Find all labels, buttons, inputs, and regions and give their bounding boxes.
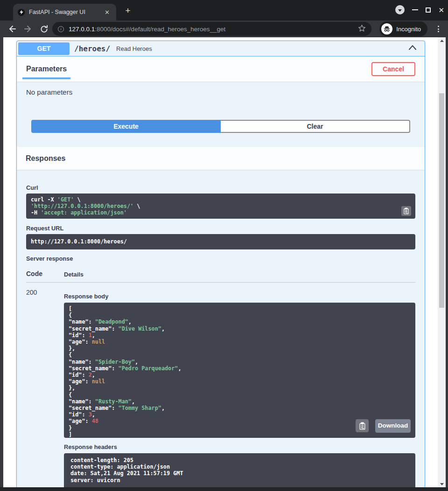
response-body: [ { "name": "Deadpond", "secret_name": "… — [64, 303, 415, 438]
status-code: 200 — [26, 289, 64, 488]
details-column-header: Details — [64, 270, 84, 278]
endpoint-path: /heroes/ — [74, 44, 110, 53]
minimize-icon[interactable] — [412, 9, 418, 10]
no-parameters-text: No parameters — [17, 82, 425, 96]
endpoint-summary: Read Heroes — [116, 45, 152, 52]
method-badge: GET — [18, 42, 70, 55]
forward-icon[interactable] — [22, 23, 34, 35]
incognito-badge: Incognito — [379, 21, 427, 36]
new-tab-button[interactable]: + — [122, 5, 133, 16]
request-url-value: http://127.0.0.1:8000/heroes/ — [26, 234, 415, 249]
execute-row: Execute Clear — [31, 120, 410, 133]
download-button[interactable]: Download — [375, 419, 411, 433]
scroll-down-icon[interactable] — [438, 481, 446, 487]
opblock-summary[interactable]: GET /heroes/ Read Heroes — [17, 41, 425, 56]
copy-response-icon[interactable] — [356, 419, 369, 432]
scrollbar-thumb[interactable] — [439, 93, 444, 308]
fastapi-favicon-icon — [18, 9, 25, 16]
parameters-header: Parameters Cancel — [17, 56, 425, 82]
site-info-icon[interactable]: i — [58, 26, 64, 32]
request-url-label: Request URL — [26, 225, 415, 232]
copy-curl-icon[interactable] — [401, 206, 411, 216]
responses-title: Responses — [26, 154, 65, 163]
url-text: 127.0.0.1:8000/docs#/default/read_heroes… — [69, 26, 358, 33]
opblock-get-heroes: GET /heroes/ Read Heroes Parameters Canc… — [16, 41, 425, 488]
tab-search-icon[interactable] — [395, 5, 405, 14]
scroll-up-icon[interactable] — [438, 37, 446, 44]
browser-titlebar: FastAPI - Swagger UI ✕ + ✕ — [0, 0, 448, 21]
page-scrollbar[interactable] — [438, 37, 446, 487]
browser-toolbar: i 127.0.0.1:8000/docs#/default/read_hero… — [0, 21, 448, 37]
responses-header: Responses — [17, 147, 425, 170]
url-path: :8000/docs#/default/read_heroes_heroes__… — [95, 26, 225, 33]
response-headers: content-length: 205content-type: applica… — [64, 453, 415, 488]
window-edge-left — [0, 37, 3, 491]
responses-body: Curl curl -X 'GET' \ 'http://127.0.0.1:8… — [17, 184, 425, 488]
window-close-icon[interactable]: ✕ — [438, 7, 444, 14]
tab-close-icon[interactable]: ✕ — [103, 8, 112, 17]
bookmark-star-icon[interactable] — [358, 24, 366, 34]
execute-button[interactable]: Execute — [31, 120, 221, 133]
swagger-page: GET /heroes/ Read Heroes Parameters Canc… — [3, 37, 438, 487]
url-bar[interactable]: i 127.0.0.1:8000/docs#/default/read_hero… — [52, 22, 371, 36]
chevron-up-icon[interactable] — [408, 44, 417, 53]
window-edge-bottom — [0, 487, 448, 491]
browser-tab[interactable]: FastAPI - Swagger UI ✕ — [13, 4, 116, 21]
maximize-icon[interactable] — [426, 7, 431, 13]
tab-parameters[interactable]: Parameters — [26, 56, 67, 82]
reload-icon[interactable] — [38, 23, 49, 35]
response-headers-label: Response headers — [64, 443, 415, 450]
server-response-label: Server response — [26, 255, 415, 262]
response-table-head: Code Details — [26, 270, 415, 278]
window-edge-right — [446, 37, 448, 491]
curl-label: Curl — [26, 184, 415, 191]
back-icon[interactable] — [7, 23, 18, 35]
response-body-label: Response body — [64, 293, 415, 300]
response-row-200: 200 Response body [ { "name": "Deadpond"… — [26, 283, 415, 488]
clear-button[interactable]: Clear — [221, 120, 410, 133]
url-host: 127.0.0.1 — [69, 26, 95, 33]
active-tab-underline — [22, 77, 70, 79]
incognito-icon — [381, 23, 392, 35]
incognito-label: Incognito — [396, 26, 421, 33]
code-column-header: Code — [26, 270, 64, 278]
parameters-title: Parameters — [26, 65, 67, 73]
browser-menu-icon[interactable] — [434, 24, 442, 34]
cancel-button[interactable]: Cancel — [371, 62, 415, 76]
curl-command: curl -X 'GET' \ 'http://127.0.0.1:8000/h… — [26, 194, 415, 219]
tab-title: FastAPI - Swagger UI — [29, 9, 103, 15]
